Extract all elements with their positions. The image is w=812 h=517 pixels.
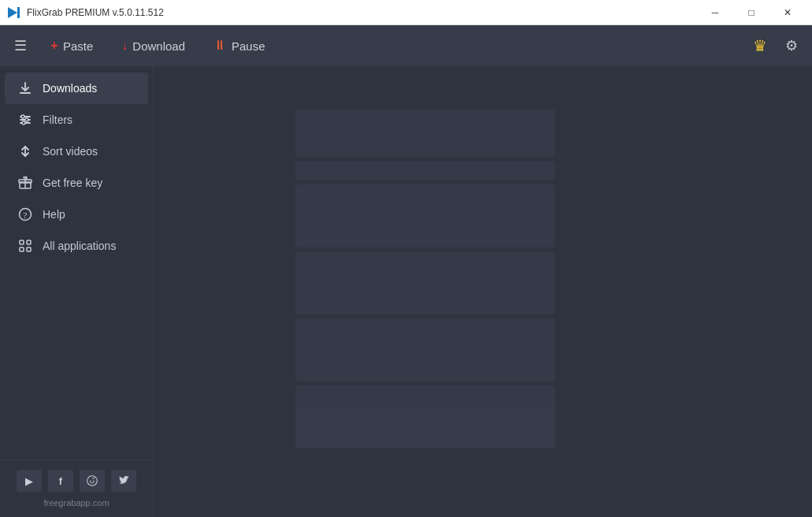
svg-marker-0 [8,7,17,18]
downloads-label: Downloads [43,82,97,95]
allapps-label: All applications [43,240,116,252]
svg-point-8 [22,121,25,125]
svg-rect-16 [27,240,31,244]
pause-icon: ⏸ [213,38,227,54]
close-button[interactable]: ✕ [769,0,806,25]
svg-point-19 [87,476,98,486]
content-area [154,66,812,517]
svg-point-20 [90,481,91,482]
svg-rect-1 [17,7,20,18]
youtube-icon: ▶ [25,475,33,487]
hamburger-icon: ☰ [14,37,27,54]
minimize-button[interactable]: ─ [697,0,733,25]
sidebar: Downloads Filters [0,66,154,517]
gear-icon: ⚙ [785,37,798,54]
youtube-button[interactable]: ▶ [17,470,42,492]
hamburger-menu-button[interactable]: ☰ [6,32,35,60]
sidebar-nav: Downloads Filters [0,66,153,459]
sidebar-item-filters[interactable]: Filters [5,104,148,136]
pause-button[interactable]: ⏸ Pause [201,32,278,60]
downloads-icon [17,80,33,96]
help-label: Help [43,208,65,221]
premium-button[interactable]: ♛ [746,32,774,60]
svg-point-7 [25,118,28,121]
title-bar: FlixGrab PREMIUM v.5.0.11.512 ─ □ ✕ [0,0,812,25]
sort-label: Sort videos [43,145,98,158]
main-layout: Downloads Filters [0,66,812,517]
help-icon: ? [17,206,33,222]
svg-rect-15 [20,240,24,244]
sidebar-footer: ▶ f [0,459,153,517]
svg-text:?: ? [24,210,28,220]
gift-icon [17,175,33,191]
svg-rect-2 [20,92,31,94]
maximize-button[interactable]: □ [733,0,769,25]
svg-point-21 [93,481,95,482]
twitter-button[interactable] [111,470,136,492]
paste-button[interactable]: + Paste [38,32,106,60]
app-logo [6,6,20,20]
toolbar: ☰ + Paste ↓ Download ⏸ Pause ♛ ⚙ [0,25,812,66]
sidebar-item-freekey[interactable]: Get free key [5,167,148,199]
website-label: freegrabapp.com [0,498,153,508]
facebook-button[interactable]: f [48,470,73,492]
reddit-icon [87,475,98,486]
sidebar-item-help[interactable]: ? Help [5,199,148,230]
grid-icon [17,238,33,254]
pause-label: Pause [232,39,265,53]
twitter-icon [119,476,129,486]
title-bar-controls: ─ □ ✕ [697,0,806,25]
download-label: Download [132,39,185,53]
crown-icon: ♛ [753,36,767,55]
sidebar-item-allapps[interactable]: All applications [5,230,148,262]
sort-icon [17,143,33,159]
filters-label: Filters [43,113,72,126]
download-icon: ↓ [121,39,128,53]
placeholder-cards [295,110,555,448]
settings-button[interactable]: ⚙ [777,32,806,60]
freekey-label: Get free key [43,177,102,189]
facebook-icon: f [59,475,62,487]
paste-label: Paste [63,39,93,53]
download-button[interactable]: ↓ Download [109,32,198,59]
svg-point-6 [21,115,24,118]
sidebar-item-downloads[interactable]: Downloads [5,73,148,104]
social-links: ▶ f [0,470,153,492]
filters-icon [17,112,33,128]
svg-rect-18 [27,247,31,251]
title-bar-left: FlixGrab PREMIUM v.5.0.11.512 [6,6,164,20]
svg-rect-17 [20,247,24,251]
reddit-button[interactable] [80,470,105,492]
app-title: FlixGrab PREMIUM v.5.0.11.512 [27,7,164,18]
paste-icon: + [50,38,58,54]
sidebar-item-sort[interactable]: Sort videos [5,136,148,167]
toolbar-right: ♛ ⚙ [746,32,806,60]
